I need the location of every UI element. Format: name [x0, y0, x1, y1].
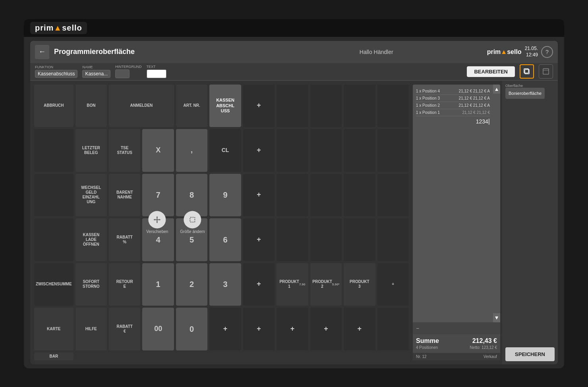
- key-empty-r4-2: [310, 218, 342, 261]
- key-empty-r2-2: [310, 129, 342, 172]
- key-retoure[interactable]: RETOURE: [109, 263, 140, 306]
- receipt-item-4: 1 x Position 4 21,12 € 21,12 € A: [416, 88, 490, 95]
- right-panel: Oberfläche Bonieroberfläche SPEICHERN: [502, 81, 558, 364]
- edit-button[interactable]: BEARBEITEN: [467, 66, 515, 77]
- key-6[interactable]: 6: [209, 218, 241, 261]
- key-7[interactable]: 7: [142, 174, 174, 217]
- receipt-item-1: 1 x Position 1 21,12 € 21,12 €: [416, 109, 490, 116]
- greeting-text: Hallo Händler: [271, 49, 482, 55]
- key-anmelden[interactable]: ANMELDEN: [109, 85, 174, 127]
- name-label: Name: [82, 65, 110, 69]
- key-empty-r6: [377, 308, 409, 350]
- overlay-buttons: Verschieben Größe ändern: [146, 211, 205, 234]
- key-cl[interactable]: CL: [209, 129, 241, 172]
- key-hilfe[interactable]: HILFE: [75, 308, 107, 350]
- svg-rect-2: [543, 69, 549, 74]
- copy-button[interactable]: [520, 64, 534, 79]
- main-window: ← Programmieroberfläche Hallo Händler pr…: [30, 41, 558, 364]
- more-button[interactable]: [539, 64, 553, 79]
- move-label: Verschieben: [146, 229, 168, 234]
- key-plus-r2[interactable]: +: [243, 129, 275, 172]
- key-1[interactable]: 1: [142, 263, 174, 306]
- hintergrund-field: Hintergrund: [115, 65, 142, 78]
- key-0[interactable]: 0: [176, 308, 207, 350]
- text-color[interactable]: [147, 69, 166, 78]
- receipt-scroll-area: 1 x Position 4 21,12 € 21,12 € A 1 x Pos…: [413, 85, 500, 322]
- key-letzter-beleg[interactable]: LETZTERBELEG: [75, 129, 107, 172]
- key-rabatt-eur[interactable]: RABATT€: [109, 308, 140, 350]
- back-button[interactable]: ←: [35, 45, 49, 59]
- key-plus-r6b[interactable]: +: [243, 308, 275, 350]
- key-bon[interactable]: BON: [75, 85, 107, 127]
- key-abbruch[interactable]: ABBRUCH: [34, 85, 74, 127]
- header-logo: prim▲sello: [487, 48, 522, 56]
- key-plus-r3[interactable]: +: [243, 174, 275, 217]
- receipt-nr: Nr. 12: [416, 354, 427, 359]
- page-title: Programmieroberfläche: [54, 48, 266, 56]
- key-produkt3[interactable]: PRODUKT3: [344, 263, 375, 306]
- header-right: prim▲sello 21.05. 12:49 ?: [487, 46, 553, 58]
- key-plus-r5[interactable]: +: [243, 263, 275, 306]
- key-empty-r1-2: [310, 85, 342, 127]
- outer-container: prim▲sello ← Programmieroberfläche Hallo…: [24, 19, 564, 368]
- key-bar[interactable]: BAR: [34, 352, 74, 360]
- key-9[interactable]: 9: [209, 174, 241, 217]
- key-tse-status[interactable]: TSESTATUS: [109, 129, 140, 172]
- key-empty-r4-4: [377, 218, 409, 261]
- key-3[interactable]: 3: [209, 263, 241, 306]
- key-kassen-lade[interactable]: KASSENLADEÖFFNEN: [75, 218, 107, 261]
- key-2[interactable]: 2: [176, 263, 207, 306]
- receipt-input-value: 1234: [476, 118, 488, 125]
- key-empty-r3-3: [344, 174, 375, 217]
- key-plus-r4[interactable]: +: [243, 218, 275, 261]
- key-kassen-abschluss[interactable]: KASSENABSCHLUSS: [209, 85, 241, 127]
- key-comma[interactable]: ,: [176, 129, 207, 172]
- key-zwischensumme[interactable]: ZWISCHENSUMME: [34, 263, 74, 306]
- key-empty-r1-3: [344, 85, 375, 127]
- key-empty-r2-4: [377, 129, 409, 172]
- key-empty-r4-3: [344, 218, 375, 261]
- receipt-panel: 1 x Position 4 21,12 € 21,12 € A 1 x Pos…: [413, 85, 500, 360]
- logo-box: prim▲sello: [30, 22, 87, 34]
- receipt-footer: Nr. 12 Verkauf: [413, 353, 500, 360]
- key-x[interactable]: X: [142, 129, 174, 172]
- key-art-nr[interactable]: ART. NR.: [176, 85, 207, 127]
- scroll-down-button[interactable]: ▼: [493, 313, 500, 322]
- hintergrund-color[interactable]: [115, 69, 130, 78]
- move-button[interactable]: [149, 211, 166, 229]
- key-plus-r6d[interactable]: +: [310, 308, 342, 350]
- speichern-button[interactable]: SPEICHERN: [505, 347, 555, 361]
- key-sofort-storno[interactable]: SOFORTSTORNO: [75, 263, 107, 306]
- key-8[interactable]: 8: [176, 174, 207, 217]
- key-rabatt-pct[interactable]: RABATT%: [109, 218, 140, 261]
- key-plus-r1[interactable]: +: [243, 85, 275, 127]
- key-plus-r6e[interactable]: +: [344, 308, 375, 350]
- datetime: 21.05. 12:49: [525, 46, 538, 58]
- copy-icon: [523, 68, 530, 75]
- oberflasche-button[interactable]: Bonieroberfläche: [505, 88, 545, 99]
- key-plus-r5b[interactable]: +: [377, 263, 409, 306]
- netto-amount: Netto: 123,12 €: [470, 345, 497, 350]
- key-empty-r2-5: [34, 174, 74, 217]
- resize-button[interactable]: [184, 211, 201, 229]
- key-barentnahme[interactable]: BARENTNAHME: [109, 174, 140, 217]
- name-value: Kassena...: [82, 70, 110, 78]
- key-plus-r6c[interactable]: +: [277, 308, 308, 350]
- funktion-label: Funktion: [35, 65, 77, 69]
- key-wechsel[interactable]: WECHSELGELDEINZAHLUNG: [75, 174, 107, 217]
- key-empty-r1-4: [377, 85, 409, 127]
- key-empty-r1-5: [34, 129, 74, 172]
- key-empty-r3-2: [310, 174, 342, 217]
- key-produkt2[interactable]: PRODUKT25.90*: [310, 263, 342, 306]
- key-produkt1[interactable]: PRODUKT17.90: [277, 263, 308, 306]
- key-00[interactable]: 00: [142, 308, 174, 350]
- scroll-up-button[interactable]: ▲: [493, 85, 500, 94]
- move-control: Verschieben: [146, 211, 168, 234]
- overlay-controls: Verschieben Größe ändern: [146, 211, 205, 234]
- oberflasche-label: Oberfläche: [505, 84, 555, 88]
- help-button[interactable]: ?: [541, 46, 553, 58]
- key-karte[interactable]: KARTE: [34, 308, 74, 350]
- funktion-field: Funktion Kassenabschluss: [35, 65, 77, 78]
- receipt-total: Summe 212,43 € 4 Positionen Netto: 123,1…: [413, 334, 500, 353]
- key-plus-r6a[interactable]: +: [209, 308, 241, 350]
